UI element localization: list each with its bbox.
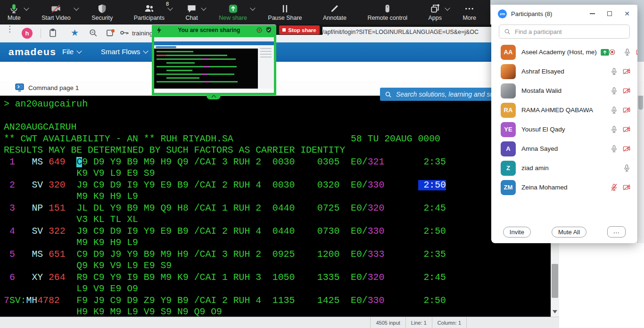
close-icon[interactable]: ✕ <box>624 10 630 17</box>
toolbar-label: New share <box>219 15 247 21</box>
terminal-line: 7SV:MH4782 F9 J9 C9 D9 Z9 Y9 B9 /CAI 2 R… <box>4 295 446 307</box>
url-text-continued[interactable]: /apf/init/login?SITE=LOGINURL&LANGUAGE=U… <box>322 29 479 35</box>
toolbar-start-video[interactable]: Start Video <box>41 3 71 21</box>
toolbar-annotate[interactable]: Annotate <box>323 3 347 21</box>
chevron-down-icon <box>77 48 82 53</box>
invite-button[interactable]: Invite <box>503 227 531 238</box>
chevron-down-icon[interactable] <box>201 5 206 10</box>
mic-icon[interactable] <box>610 125 618 133</box>
shield-icon <box>97 3 107 14</box>
screen-share-preview-window[interactable] <box>152 35 276 95</box>
camera-off-icon[interactable] <box>622 106 631 114</box>
avatar: ZM <box>501 180 516 195</box>
participant-row[interactable]: YEYousuf El Qady <box>491 120 637 139</box>
terminal-output: > an20augcairuh AN20AUGCAIRUH** CWT AVAI… <box>4 98 446 318</box>
pencil-icon <box>329 3 340 14</box>
participant-row[interactable]: ZMZeina Mohamed <box>491 178 637 197</box>
participant-search-input[interactable] <box>514 28 629 36</box>
camera-off-icon[interactable] <box>622 67 631 75</box>
status-segment-2: Column: 1 <box>432 317 467 328</box>
camera-off-icon[interactable] <box>636 48 637 56</box>
chevron-down-icon[interactable] <box>74 5 79 10</box>
camera-off-icon[interactable] <box>622 145 631 153</box>
participant-name: ziad amin <box>521 164 549 172</box>
participant-search[interactable] <box>499 25 630 39</box>
participant-status-icons <box>610 145 631 153</box>
extension-badge-icon[interactable] <box>106 28 115 39</box>
terminal-scrollbar-thumb[interactable] <box>552 264 558 298</box>
mini-taskbar <box>154 89 274 93</box>
mic-icon[interactable] <box>610 67 618 75</box>
toolbar-chat[interactable]: Chat <box>185 3 198 21</box>
avatar: A <box>501 141 516 156</box>
toolbar-more[interactable]: More <box>462 3 476 21</box>
mic-icon[interactable] <box>610 87 618 95</box>
terminal-line: 4 SV 322 J9 C9 D9 I9 Y9 E9 B9 /CAI 2 RUH… <box>4 226 446 238</box>
terminal-area[interactable]: > an20augcairuh AN20AUGCAIRUH** CWT AVAI… <box>0 96 551 317</box>
status-segment-1: Line: 1 <box>405 317 432 328</box>
video-off-icon <box>50 3 61 14</box>
sharing-banner-text: You are screen sharing <box>165 27 253 33</box>
mic-muted-icon[interactable] <box>610 183 618 191</box>
toolbar-remote-control[interactable]: Remote control <box>367 3 407 21</box>
participant-row[interactable]: AAAseel Academy (Host, me) <box>491 42 637 62</box>
scroll-down-arrow-icon[interactable] <box>553 310 557 313</box>
zoom-toolbar: MuteStart VideoSecurity8ParticipantsChat… <box>0 0 490 25</box>
terminal-line: Q9 K9 V9 L9 E9 S9 <box>4 260 446 272</box>
toolbar-mute[interactable]: Mute <box>8 3 21 21</box>
camera-off-icon[interactable] <box>622 183 631 191</box>
participant-status-icons <box>610 183 631 191</box>
toolbar-pause-share[interactable]: Pause Share <box>268 3 302 21</box>
toolbar-security[interactable]: Security <box>91 3 113 21</box>
participant-status-icons <box>610 87 631 95</box>
status-bar-right: 4505 inputLine: 1Column: 1 <box>370 317 467 328</box>
menu-smart-flows[interactable]: Smart Flows <box>101 48 148 56</box>
status-segment-0: 4505 input <box>370 317 405 328</box>
terminal-line: AN20AUGCAIRUH <box>4 122 446 133</box>
zoom-out-icon[interactable] <box>89 28 98 39</box>
chevron-down-icon[interactable] <box>24 5 29 10</box>
terminal-line: 1 MS 649 C9 D9 Y9 B9 M9 H9 Q9 /CAI 3 RUH… <box>4 156 446 168</box>
zoom-logo: zm <box>498 9 507 18</box>
page-background <box>559 243 644 328</box>
chevron-down-icon[interactable] <box>445 5 450 10</box>
browser-menu-icon[interactable]: ⋮ <box>6 27 14 31</box>
security-shield-icon <box>266 27 272 33</box>
toolbar-new-share[interactable]: New share <box>219 3 247 21</box>
mic-icon[interactable] <box>623 48 631 56</box>
participant-row[interactable]: Zziad amin <box>491 158 637 178</box>
tab-label: Command page 1 <box>28 84 79 91</box>
menu-file[interactable]: File <box>62 48 81 56</box>
participant-row[interactable]: Ashraf Elsayed <box>491 62 637 81</box>
minimize-button[interactable] <box>590 13 595 14</box>
clipboard-extension-icon[interactable] <box>48 28 58 40</box>
mini-terminal <box>154 49 258 89</box>
more-options-button[interactable]: … <box>607 226 626 238</box>
stop-share-button[interactable]: Stop share <box>279 25 320 34</box>
chat-icon <box>186 3 197 14</box>
participant-row[interactable]: RARAMA AHMED QABAWA <box>491 100 637 120</box>
remote-icon <box>382 3 393 14</box>
camera-off-icon[interactable] <box>622 125 631 133</box>
recording-indicator-icon <box>609 49 615 55</box>
participant-row[interactable]: AAmna Sayed <box>491 139 637 158</box>
camera-off-icon[interactable] <box>622 87 631 95</box>
preview-collapse-tab[interactable] <box>206 94 221 99</box>
maximize-button[interactable] <box>607 11 612 16</box>
browser-profile-avatar[interactable]: h <box>22 28 33 39</box>
toolbar-apps[interactable]: Apps <box>429 3 442 21</box>
url-text[interactable]: training. <box>132 30 155 37</box>
recording-icon <box>256 27 262 33</box>
mic-icon[interactable] <box>610 145 618 153</box>
mic-icon[interactable] <box>623 164 631 172</box>
mute-all-button[interactable]: Mute All <box>552 227 586 238</box>
key-icon[interactable] <box>120 29 129 38</box>
tab-command-page-1[interactable]: Command page 1 <box>15 83 79 92</box>
participants-list: AAAseel Academy (Host, me)Ashraf Elsayed… <box>491 42 637 197</box>
panel-titlebar[interactable]: zm Participants (8) ✕ <box>491 5 637 23</box>
toolbar-participants[interactable]: 8Participants <box>134 3 165 21</box>
mic-icon[interactable] <box>610 106 618 114</box>
chevron-down-icon[interactable] <box>250 5 255 10</box>
bookmark-star-icon[interactable]: ★ <box>71 27 79 38</box>
participant-row[interactable]: Mostafa Walid <box>491 81 637 100</box>
